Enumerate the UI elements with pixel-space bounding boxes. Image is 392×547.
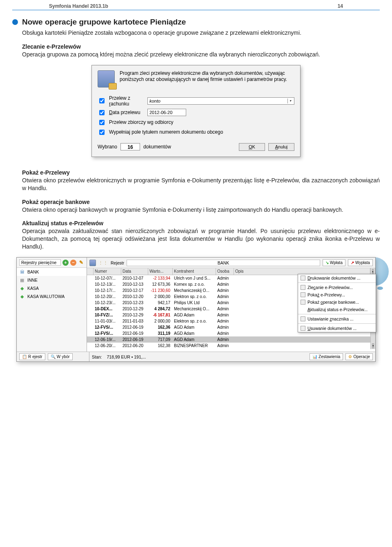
scroll-up[interactable]: ▴ [372,269,374,274]
menu-zlecanie[interactable]: Zlecanie e-Przelewów... [298,282,376,291]
checkbox-przelew-z-rachunku[interactable] [99,98,105,103]
cash-icon: ◆ [19,294,25,299]
other-icon: ▦ [19,277,25,283]
sub3-title: Pokaż operacje bankowe [22,199,380,205]
wyplata-button[interactable]: ↗Wypłata [348,259,373,266]
table-row[interactable]: 12-06-20/...2012-06-20162,38BIZNESPARTNE… [87,343,375,349]
intro-paragraph: Obsługa kartoteki Pieniądze została wzbo… [22,29,380,37]
box-icon [301,285,305,290]
bank-icon: 🏛 [19,269,25,275]
selected-count: 16 [120,143,140,150]
checkbox-label: Data przelewu [109,110,144,115]
col-icon[interactable] [87,268,94,275]
chevron-down-icon: ▾ [287,99,292,103]
menu-ustawianie-znacznika[interactable]: Ustawianie znacznika ... [298,314,376,323]
col-numer[interactable]: Numer [94,268,121,275]
bank-icon [89,260,96,266]
sub3-body: Otwiera okno operacji bankowych w progra… [22,206,380,214]
wplata-button[interactable]: ↘Wpłata [323,259,345,266]
rejestr-label: Rejestr [111,260,124,265]
sidebar-title: Rejestry pieniężne [19,259,61,266]
doc-header: Symfonia Handel 2013.1b [49,3,108,9]
checkbox-data-przelewu[interactable] [99,110,105,115]
sidebar-item-kasa[interactable]: ◆ KASA [17,284,87,292]
sub1-body: Operacja grupowa za pomocą której można … [22,51,380,58]
edit-icon[interactable]: ✎ [78,260,84,266]
box-icon [301,292,305,297]
table-row[interactable]: 12-06-19/...2012-06-19717,09AGD AdamAdmi… [87,336,375,343]
cancel-button[interactable]: Anuluj [268,143,294,151]
menu-aktualizuj[interactable]: Aktualizuj status e-Przelewów... [298,306,376,313]
sub1-title: Zlecanie e-Przelewów [22,43,380,50]
checkbox-przelew-zbiorczy[interactable] [99,120,105,125]
add-icon[interactable]: + [62,260,69,266]
menu-drukowanie[interactable]: Drukowanie dokumentów ... [298,274,376,282]
box-icon [301,316,305,321]
date-input[interactable]: 2012-06-20 [147,109,186,116]
checkbox-label: Przelew zbiorczy wg odbiorcy [109,119,173,125]
sidebar-item-kasa-walutowa[interactable]: ◆ KASA WALUTOWA [17,292,87,300]
sidebar: Rejestry pieniężne + − ✎ 🏛 BANK ▦ INNE [17,258,87,352]
registry-window: Rejestry pieniężne + − ✎ 🏛 BANK ▦ INNE [16,257,376,362]
col-wartosc[interactable]: Warto... [148,268,173,275]
account-dropdown[interactable]: konto ▾ [147,97,294,105]
dialog-zlecanie-eprzelewow: Program zleci przelewy elektroniczne dla… [91,65,301,157]
rejestr-button[interactable]: 📋Rejestr [19,353,45,360]
box-icon [301,276,305,280]
box-icon [301,326,305,331]
sidebar-item-bank[interactable]: 🏛 BANK [17,268,87,276]
more-icon[interactable]: ⋮⋮ [98,260,108,265]
sub4-body: Operacja pozwala zaktualizować stan nier… [22,227,380,251]
rejestr-value[interactable]: BANK [127,260,320,266]
menu-pokaz-operacje[interactable]: Pokaż operacje bankowe... [298,298,376,306]
sub2-title: Pokaż e-Przelewy [22,169,380,176]
decorative-blob [377,287,383,290]
remove-icon[interactable]: − [70,260,76,266]
bullet-icon [12,19,18,25]
dialog-description: Program zleci przelewy elektroniczne dla… [120,70,294,87]
wybor-button[interactable]: 🔍Wybór [48,353,73,360]
bank-coins-icon [98,70,115,87]
checkbox-label: Wypełniaj pole tytułem numerem dokumentu… [109,129,223,135]
cash-icon: ◆ [19,285,25,291]
ok-button[interactable]: OK [239,143,265,151]
menu-pokaz-eprzelewy[interactable]: Pokaż e-Przelewy... [298,291,376,298]
wybrano-label: Wybrano [98,144,117,150]
col-data[interactable]: Data [121,268,148,275]
dokumentow-label: dokumentów [143,144,171,150]
menu-usuwanie[interactable]: Usuwanie dokumentów ... [298,323,376,332]
box-icon [301,300,305,305]
sub4-title: Aktualizuj status e-Przelewów [22,220,380,226]
sub2-body: Otwiera okno przelewów elektronicznych w… [22,177,380,192]
col-kontrahent[interactable]: Kontrahent [173,268,216,275]
sidebar-item-inne[interactable]: ▦ INNE [17,276,87,284]
context-menu: Drukowanie dokumentów ... Zlecanie e-Prz… [298,274,376,332]
col-osoba[interactable]: Osoba [216,268,234,275]
section-heading: Nowe operacje grupowe kartotece Pieniądz… [22,18,186,27]
zestawienia-button[interactable]: 📊Zestawienia [310,353,343,360]
checkbox-wypelniaj-tytul[interactable] [99,130,105,135]
operacje-button[interactable]: ⚙Operacje [345,353,373,360]
stan-label: Stan: [92,354,102,359]
checkbox-label: Przelew z rachunku [109,95,144,107]
stan-value: 718,99 EUR • 191,... [105,354,307,359]
page-number: 14 [338,3,343,9]
scroll-down[interactable]: ▾ [372,343,374,348]
